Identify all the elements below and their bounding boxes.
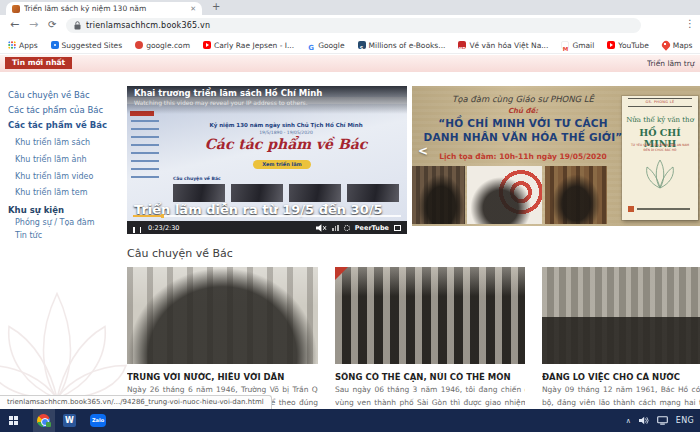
word-taskbar-icon[interactable]: [63, 414, 76, 427]
section-heading: Câu chuyện về Bác: [127, 247, 233, 260]
video-progress-bar[interactable]: [133, 215, 401, 217]
book-publisher-mark: [628, 206, 634, 212]
tray-network-icon[interactable]: [657, 416, 668, 425]
browser-tab[interactable]: Triển lãm sách kỷ niệm 130 năm ✕: [6, 2, 202, 15]
status-link-preview: trienlamsachhcm.book365.vn/.../94286_tru…: [0, 395, 272, 409]
sidebar-item-khu-trien-lam-tem[interactable]: Khu triển lãm tem: [15, 188, 87, 197]
mock-dates: 19/5/1890 - 19/05/2020: [171, 130, 401, 135]
tray-chevron-icon[interactable]: [626, 417, 631, 425]
ticker-badge: Tin mới nhất: [5, 57, 72, 69]
nhandan-icon: [458, 41, 466, 49]
youtube-icon: [607, 41, 615, 49]
mock-sidebar-lines: [131, 120, 159, 178]
sidebar-item-cac-tac-pham-ve-bac[interactable]: Các tác phẩm về Bác: [8, 120, 107, 130]
banner-quote-line2: DANH NHÂN VĂN HÓA THẾ GIỚI”: [417, 131, 629, 143]
story-card[interactable]: ĐẢNG LO VIỆC CHO CẢ NƯỚC Ngày 09 tháng 1…: [542, 267, 700, 408]
bookmark-maps[interactable]: Maps: [662, 41, 693, 50]
video-privacy-warning: Watching this video may reveal your IP a…: [134, 99, 308, 106]
mock-script-title: Các tác phẩm về Bác: [171, 136, 401, 152]
mock-view-button: Xem triển lãm: [253, 160, 311, 169]
pause-icon[interactable]: [133, 218, 141, 234]
youtube-icon: [203, 41, 211, 49]
bookmark-apps[interactable]: Apps: [8, 41, 38, 50]
refresh-icon[interactable]: [48, 19, 56, 30]
banner-carousel[interactable]: < Tọa đàm cùng Giáo sư PHONG LÊ Chủ đề: …: [412, 86, 700, 226]
bookmark-gmail[interactable]: Gmail: [561, 41, 594, 50]
card-title[interactable]: ĐẢNG LO VIỆC CHO CẢ NƯỚC: [542, 372, 700, 382]
banner-schedule: Lịch tọa đàm: 10h-11h ngày 19/05/2020: [425, 152, 621, 161]
bookmark-youtube[interactable]: YouTube: [607, 41, 649, 50]
bookmark-carly-rae-jepsen[interactable]: Carly Rae Jepsen - I...: [203, 41, 294, 50]
mock-section-label: Câu chuyện về Bác: [173, 176, 221, 181]
banner-photo-studio: [467, 166, 542, 224]
bookmark-google-com[interactable]: google.com: [135, 41, 190, 50]
card-body-line: bộ, đảng viên lão thành cách mạng hai tỉ…: [542, 398, 700, 408]
mock-heading: Kỷ niệm 130 năm ngày sinh Chủ Tịch Hồ Ch…: [171, 122, 401, 128]
sidebar-item-khu-trien-lam-anh[interactable]: Khu triển lãm ảnh: [15, 155, 87, 164]
zalo-taskbar-icon[interactable]: [90, 414, 106, 427]
bookmark-ebooks[interactable]: Millions of e-Books...: [358, 41, 446, 50]
suggested-sites-icon: [51, 41, 59, 49]
sidebar-item-khu-su-kien[interactable]: Khu sự kiện: [8, 205, 64, 215]
bookmark-suggested-sites[interactable]: Suggested Sites: [51, 41, 123, 50]
mock-thumbnail: [173, 184, 225, 202]
banner-title: Tọa đàm cùng Giáo sư PHONG LÊ: [425, 94, 621, 104]
banner-topic-label: Chủ đề:: [425, 107, 621, 115]
ebooks-icon: [358, 41, 366, 49]
card-image[interactable]: [542, 267, 700, 364]
address-bar[interactable]: trienlamsachhcm.book365.vn: [66, 18, 641, 33]
fullscreen-icon[interactable]: [394, 225, 401, 231]
sidebar-item-phong-su-toa-dam[interactable]: Phóng sự / Tọa đàm: [15, 218, 95, 227]
mute-icon[interactable]: [316, 224, 327, 232]
tab-close-icon[interactable]: ✕: [190, 5, 196, 13]
sidebar-item-cau-chuyen-ve-bac[interactable]: Câu chuyện về Bác: [8, 90, 90, 100]
volume-bars-icon[interactable]: [332, 225, 339, 231]
news-ticker: Tin mới nhất Triển lãm trự: [0, 55, 700, 72]
lotus-book-icon: [640, 158, 680, 190]
banner-quote-line1: “HỒ CHÍ MINH VỚI TƯ CÁCH: [417, 117, 629, 129]
card-image[interactable]: [127, 267, 318, 364]
system-tray: ENG: [626, 409, 700, 432]
back-icon[interactable]: [10, 18, 19, 31]
mock-thumbnail: [347, 184, 399, 202]
book-subtitle: Nửa thế kỷ văn thơ: [622, 116, 698, 124]
google-com-icon: [135, 41, 143, 49]
sidebar-item-tin-tuc[interactable]: Tin tức: [15, 231, 42, 240]
card-title[interactable]: TRUNG VỚI NƯỚC, HIẾU VỚI DÂN: [127, 372, 318, 382]
apps-grid-icon: [8, 41, 16, 49]
story-card[interactable]: TRUNG VỚI NƯỚC, HIẾU VỚI DÂN Ngày 26 thá…: [127, 267, 318, 408]
card-image[interactable]: [335, 267, 525, 364]
card-title[interactable]: SÔNG CÓ THỂ CẠN, NÚI CÓ THỂ MÒN: [335, 372, 525, 382]
taskbar: ENG: [0, 409, 700, 432]
card-red-corner: [335, 267, 348, 280]
chrome-badge-icon: [46, 422, 51, 427]
screen: Triển lãm sách kỷ niệm 130 năm ✕ + trien…: [0, 0, 700, 432]
card-body-line: Ngày 09 tháng 12 năm 1961, Bác Hồ có cuộ…: [542, 385, 700, 395]
video-time: 0:23/2:30: [148, 224, 179, 232]
lotus-watermark-icon: [0, 248, 132, 408]
browser-menu-icon[interactable]: [685, 18, 695, 29]
bookmark-van-hoa-viet-nam[interactable]: Về văn hóa Việt Na...: [458, 41, 548, 50]
gmail-icon: [561, 41, 569, 49]
tab-title: Triển lãm sách kỷ niệm 130 năm: [24, 4, 186, 13]
ticker-marquee-text: Triển lãm trự: [647, 59, 700, 68]
forward-icon[interactable]: [29, 18, 38, 31]
url-text: trienlamsachhcm.book365.vn: [86, 21, 210, 30]
sidebar-item-cac-tac-pham-cua-bac[interactable]: Các tác phẩm của Bác: [8, 105, 103, 115]
tray-speaker-icon[interactable]: [639, 416, 649, 425]
video-player[interactable]: Kỷ niệm 130 năm ngày sinh Chủ Tịch Hồ Ch…: [127, 86, 407, 234]
windows-start-icon[interactable]: [9, 416, 18, 425]
sidebar-item-khu-trien-lam-video[interactable]: Khu triển lãm video: [15, 172, 93, 181]
new-tab-button[interactable]: +: [212, 1, 220, 12]
story-card[interactable]: SÔNG CÓ THỂ CẠN, NÚI CÓ THỂ MÒN Sau ngày…: [335, 267, 525, 408]
bookmark-google[interactable]: Google: [307, 41, 344, 50]
sidebar-item-khu-trien-lam-sach[interactable]: Khu triển lãm sách: [15, 138, 90, 147]
mock-thumbnail: [289, 184, 341, 202]
banner-photo-desk: [412, 166, 465, 224]
peertube-label[interactable]: PeerTube: [355, 224, 389, 232]
settings-gear-icon[interactable]: [344, 225, 350, 231]
progress-handle[interactable]: [161, 214, 164, 219]
book-author: GS. PHONG LÊ: [622, 100, 698, 104]
tray-language[interactable]: ENG: [676, 416, 694, 425]
book-note: TỪ YÊU SÁCH CỦA NHÂN DÂN AN NAM ĐẾN DI C…: [630, 143, 690, 152]
